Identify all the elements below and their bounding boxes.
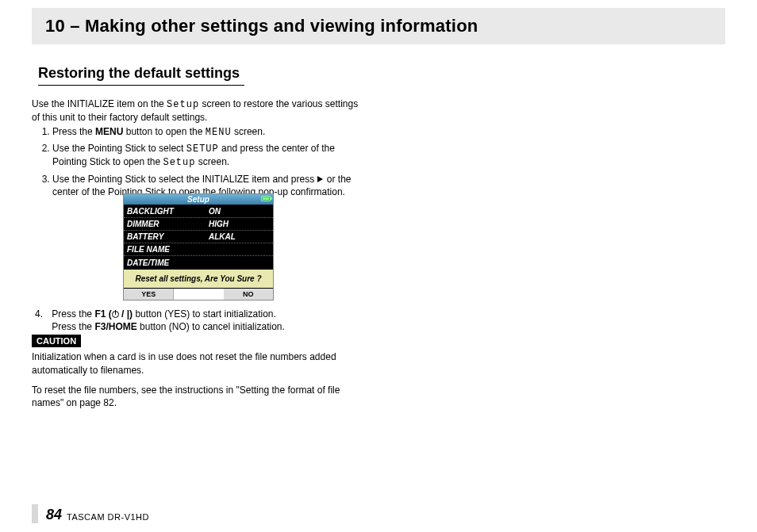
row-key: BATTERY xyxy=(124,232,207,241)
step-2: Use the Pointing Stick to select SETUP a… xyxy=(52,142,368,169)
lcd-text: SETUP xyxy=(186,144,219,155)
text: screen. xyxy=(195,156,229,167)
text: button (YES) to start initialization. xyxy=(133,308,276,320)
row-val: HIGH xyxy=(207,220,229,228)
row-key: DIMMER xyxy=(124,220,207,228)
confirm-prompt: Reset all settings, Are You Sure ? xyxy=(124,269,273,289)
setup-row: FILE NAME xyxy=(124,243,273,256)
section-heading: Restoring the default settings xyxy=(38,65,244,86)
setup-row: BACKLIGHTON xyxy=(124,205,273,218)
section-title: Restoring the default settings xyxy=(38,65,244,82)
screenshot-title: Setup xyxy=(124,194,273,205)
text: Press the xyxy=(52,308,94,320)
caution-body: Initialization when a card is in use doe… xyxy=(32,350,357,410)
battery-icon xyxy=(261,196,271,201)
text: screen. xyxy=(232,126,266,137)
power-icon xyxy=(112,311,119,318)
confirm-buttons: YES NO xyxy=(124,289,273,300)
step-1: Press the MENU button to open the MENU s… xyxy=(52,125,368,139)
yes-softkey: YES xyxy=(124,289,174,300)
manual-page: 10 – Making other settings and viewing i… xyxy=(0,0,757,532)
row-key: DATE/TIME xyxy=(124,258,207,267)
step-body: Press the F1 ( / |) button (YES) to star… xyxy=(52,308,361,333)
text: Press the xyxy=(52,321,94,332)
lcd-text: Setup xyxy=(167,99,199,110)
setup-row: DATE/TIME xyxy=(124,256,273,269)
caution-p1: Initialization when a card is in use doe… xyxy=(32,350,357,377)
slash: / xyxy=(121,308,124,320)
text: button to open the xyxy=(123,126,205,137)
page-number: 84 xyxy=(46,507,62,523)
caution-p2: To reset the file numbers, see the instr… xyxy=(32,384,357,411)
caution-label: CAUTION xyxy=(32,335,81,347)
setup-row: DIMMERHIGH xyxy=(124,218,273,231)
setup-row: BATTERYALKAL xyxy=(124,231,273,243)
row-val: ON xyxy=(207,207,221,216)
chapter-title: 10 – Making other settings and viewing i… xyxy=(45,16,478,36)
intro-paragraph: Use the INITIALIZE item on the Setup scr… xyxy=(32,98,365,124)
page-footer: 84 TASCAM DR-V1HD xyxy=(32,504,149,523)
text: Use the INITIALIZE item on the xyxy=(32,98,167,109)
button-name: MENU xyxy=(95,126,123,137)
lcd-text: MENU xyxy=(206,127,232,138)
play-icon xyxy=(317,176,323,182)
device-screenshot: Setup BACKLIGHTON DIMMERHIGH BATTERYALKA… xyxy=(123,193,274,300)
no-softkey: NO xyxy=(224,289,273,300)
text: Press the xyxy=(52,126,95,137)
row-val: ALKAL xyxy=(207,232,236,241)
screenshot-rows: BACKLIGHTON DIMMERHIGH BATTERYALKAL FILE… xyxy=(124,205,273,269)
row-key: BACKLIGHT xyxy=(124,207,207,216)
step-list: Press the MENU button to open the MENU s… xyxy=(35,125,368,201)
lcd-text: Setup xyxy=(163,157,195,168)
button-name: F3/HOME xyxy=(94,321,136,332)
row-key: FILE NAME xyxy=(124,245,207,254)
title-text: Setup xyxy=(187,195,209,204)
text: button (NO) to cancel initialization. xyxy=(137,321,285,332)
button-name: F1 ( xyxy=(94,308,111,320)
footer-bar xyxy=(32,504,38,523)
product-model: TASCAM DR-V1HD xyxy=(67,512,149,523)
step-4: 4. Press the F1 ( / |) button (YES) to s… xyxy=(35,308,368,333)
step-number: 4. xyxy=(35,308,49,320)
text: Use the Pointing Stick to select the INI… xyxy=(52,174,317,185)
text: Use the Pointing Stick to select xyxy=(52,143,186,154)
